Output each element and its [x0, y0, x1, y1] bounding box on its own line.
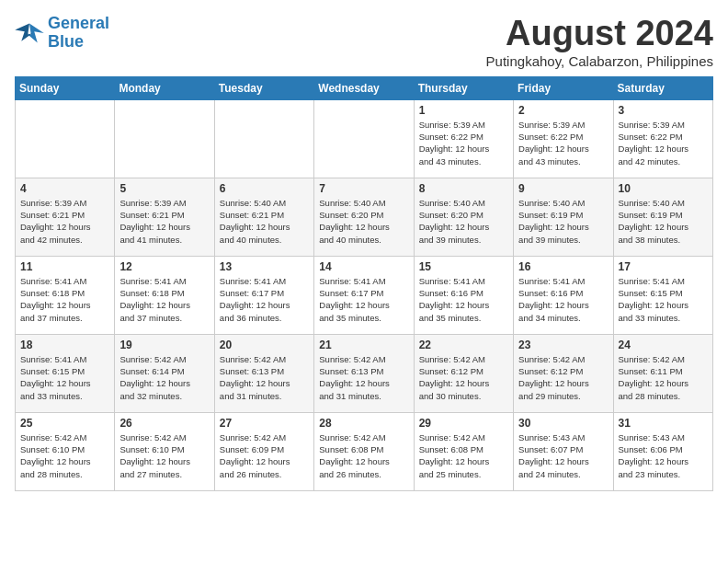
header-thursday: Thursday: [414, 76, 513, 99]
cell-content: Sunrise: 5:43 AM Sunset: 6:07 PM Dayligh…: [518, 431, 608, 480]
day-number: 9: [518, 182, 608, 195]
title-block: August 2024 Putingkahoy, Calabarzon, Phi…: [486, 15, 713, 69]
calendar-cell: 28Sunrise: 5:42 AM Sunset: 6:08 PM Dayli…: [314, 412, 414, 490]
day-number: 2: [518, 104, 608, 117]
cell-content: Sunrise: 5:41 AM Sunset: 6:18 PM Dayligh…: [20, 275, 109, 324]
calendar-cell: 30Sunrise: 5:43 AM Sunset: 6:07 PM Dayli…: [514, 412, 613, 490]
day-number: 10: [619, 182, 708, 195]
location: Putingkahoy, Calabarzon, Philippines: [486, 53, 713, 69]
day-number: 17: [619, 260, 708, 273]
day-number: 8: [419, 182, 508, 195]
cell-content: Sunrise: 5:42 AM Sunset: 6:08 PM Dayligh…: [319, 431, 408, 480]
cell-content: Sunrise: 5:42 AM Sunset: 6:12 PM Dayligh…: [518, 353, 608, 402]
calendar-cell: 8Sunrise: 5:40 AM Sunset: 6:20 PM Daylig…: [414, 178, 513, 256]
header-monday: Monday: [115, 76, 214, 99]
calendar-cell: 4Sunrise: 5:39 AM Sunset: 6:21 PM Daylig…: [16, 178, 115, 256]
calendar-week-row: 18Sunrise: 5:41 AM Sunset: 6:15 PM Dayli…: [16, 334, 713, 412]
day-number: 27: [220, 417, 309, 430]
calendar-cell: 26Sunrise: 5:42 AM Sunset: 6:10 PM Dayli…: [115, 412, 214, 490]
cell-content: Sunrise: 5:41 AM Sunset: 6:15 PM Dayligh…: [20, 353, 109, 402]
calendar-cell: 9Sunrise: 5:40 AM Sunset: 6:19 PM Daylig…: [514, 178, 613, 256]
cell-content: Sunrise: 5:39 AM Sunset: 6:22 PM Dayligh…: [619, 119, 708, 167]
calendar-cell: 12Sunrise: 5:41 AM Sunset: 6:18 PM Dayli…: [115, 256, 214, 334]
calendar-week-row: 1Sunrise: 5:39 AM Sunset: 6:22 PM Daylig…: [16, 99, 713, 178]
calendar-cell: 21Sunrise: 5:42 AM Sunset: 6:13 PM Dayli…: [314, 334, 414, 412]
day-number: 4: [20, 182, 109, 195]
day-number: 20: [220, 339, 309, 351]
cell-content: Sunrise: 5:42 AM Sunset: 6:10 PM Dayligh…: [119, 431, 209, 480]
calendar-week-row: 4Sunrise: 5:39 AM Sunset: 6:21 PM Daylig…: [16, 178, 713, 256]
calendar-cell: 24Sunrise: 5:42 AM Sunset: 6:11 PM Dayli…: [613, 334, 712, 412]
cell-content: Sunrise: 5:40 AM Sunset: 6:19 PM Dayligh…: [518, 197, 608, 246]
calendar-cell: 22Sunrise: 5:42 AM Sunset: 6:12 PM Dayli…: [414, 334, 513, 412]
day-number: 7: [319, 182, 408, 195]
calendar-cell: 5Sunrise: 5:39 AM Sunset: 6:21 PM Daylig…: [115, 178, 214, 256]
logo: General Blue: [15, 15, 109, 52]
calendar-cell: [314, 99, 414, 178]
header-friday: Friday: [514, 76, 613, 99]
calendar-cell: 11Sunrise: 5:41 AM Sunset: 6:18 PM Dayli…: [16, 256, 115, 334]
calendar-cell: 17Sunrise: 5:41 AM Sunset: 6:15 PM Dayli…: [613, 256, 712, 334]
day-number: 6: [220, 182, 309, 195]
cell-content: Sunrise: 5:42 AM Sunset: 6:14 PM Dayligh…: [119, 353, 209, 402]
day-number: 3: [619, 104, 708, 117]
cell-content: Sunrise: 5:41 AM Sunset: 6:18 PM Dayligh…: [119, 275, 209, 324]
month-title: August 2024: [486, 15, 713, 53]
day-number: 26: [119, 417, 209, 430]
cell-content: Sunrise: 5:42 AM Sunset: 6:12 PM Dayligh…: [419, 353, 508, 402]
calendar-week-row: 11Sunrise: 5:41 AM Sunset: 6:18 PM Dayli…: [16, 256, 713, 334]
page-header: General Blue August 2024 Putingkahoy, Ca…: [15, 15, 713, 69]
day-number: 21: [319, 339, 408, 351]
header-tuesday: Tuesday: [214, 76, 313, 99]
cell-content: Sunrise: 5:42 AM Sunset: 6:13 PM Dayligh…: [220, 353, 309, 402]
day-number: 16: [518, 260, 608, 273]
cell-content: Sunrise: 5:40 AM Sunset: 6:20 PM Dayligh…: [319, 197, 408, 246]
calendar-cell: 14Sunrise: 5:41 AM Sunset: 6:17 PM Dayli…: [314, 256, 414, 334]
cell-content: Sunrise: 5:42 AM Sunset: 6:11 PM Dayligh…: [619, 353, 708, 402]
calendar-cell: 27Sunrise: 5:42 AM Sunset: 6:09 PM Dayli…: [214, 412, 313, 490]
calendar-cell: 10Sunrise: 5:40 AM Sunset: 6:19 PM Dayli…: [613, 178, 712, 256]
day-number: 24: [619, 339, 708, 351]
calendar-cell: 7Sunrise: 5:40 AM Sunset: 6:20 PM Daylig…: [314, 178, 414, 256]
day-number: 14: [319, 260, 408, 273]
day-number: 23: [518, 339, 608, 351]
calendar-cell: [214, 99, 313, 178]
day-number: 19: [119, 339, 209, 351]
header-wednesday: Wednesday: [314, 76, 414, 99]
day-number: 13: [220, 260, 309, 273]
logo-icon: [15, 20, 44, 46]
calendar-header-row: SundayMondayTuesdayWednesdayThursdayFrid…: [16, 76, 713, 99]
cell-content: Sunrise: 5:41 AM Sunset: 6:16 PM Dayligh…: [419, 275, 508, 324]
calendar-cell: 18Sunrise: 5:41 AM Sunset: 6:15 PM Dayli…: [16, 334, 115, 412]
cell-content: Sunrise: 5:42 AM Sunset: 6:08 PM Dayligh…: [419, 431, 508, 480]
cell-content: Sunrise: 5:41 AM Sunset: 6:17 PM Dayligh…: [220, 275, 309, 324]
day-number: 18: [20, 339, 109, 351]
calendar-week-row: 25Sunrise: 5:42 AM Sunset: 6:10 PM Dayli…: [16, 412, 713, 490]
cell-content: Sunrise: 5:40 AM Sunset: 6:20 PM Dayligh…: [419, 197, 508, 246]
day-number: 12: [119, 260, 209, 273]
day-number: 30: [518, 417, 608, 430]
cell-content: Sunrise: 5:43 AM Sunset: 6:06 PM Dayligh…: [619, 431, 708, 480]
cell-content: Sunrise: 5:41 AM Sunset: 6:16 PM Dayligh…: [518, 275, 608, 324]
header-sunday: Sunday: [16, 76, 115, 99]
calendar-cell: 16Sunrise: 5:41 AM Sunset: 6:16 PM Dayli…: [514, 256, 613, 334]
day-number: 15: [419, 260, 508, 273]
day-number: 28: [319, 417, 408, 430]
calendar-cell: [16, 99, 115, 178]
day-number: 22: [419, 339, 508, 351]
calendar-cell: [115, 99, 214, 178]
cell-content: Sunrise: 5:41 AM Sunset: 6:15 PM Dayligh…: [619, 275, 708, 324]
cell-content: Sunrise: 5:39 AM Sunset: 6:22 PM Dayligh…: [518, 119, 608, 167]
day-number: 1: [419, 104, 508, 117]
calendar-cell: 6Sunrise: 5:40 AM Sunset: 6:21 PM Daylig…: [214, 178, 313, 256]
logo-text: General Blue: [48, 15, 109, 52]
cell-content: Sunrise: 5:42 AM Sunset: 6:13 PM Dayligh…: [319, 353, 408, 402]
cell-content: Sunrise: 5:39 AM Sunset: 6:21 PM Dayligh…: [119, 197, 209, 246]
cell-content: Sunrise: 5:39 AM Sunset: 6:21 PM Dayligh…: [20, 197, 109, 246]
calendar-cell: 20Sunrise: 5:42 AM Sunset: 6:13 PM Dayli…: [214, 334, 313, 412]
calendar-cell: 23Sunrise: 5:42 AM Sunset: 6:12 PM Dayli…: [514, 334, 613, 412]
cell-content: Sunrise: 5:39 AM Sunset: 6:22 PM Dayligh…: [419, 119, 508, 167]
cell-content: Sunrise: 5:42 AM Sunset: 6:09 PM Dayligh…: [220, 431, 309, 480]
cell-content: Sunrise: 5:40 AM Sunset: 6:21 PM Dayligh…: [220, 197, 309, 246]
calendar-cell: 29Sunrise: 5:42 AM Sunset: 6:08 PM Dayli…: [414, 412, 513, 490]
